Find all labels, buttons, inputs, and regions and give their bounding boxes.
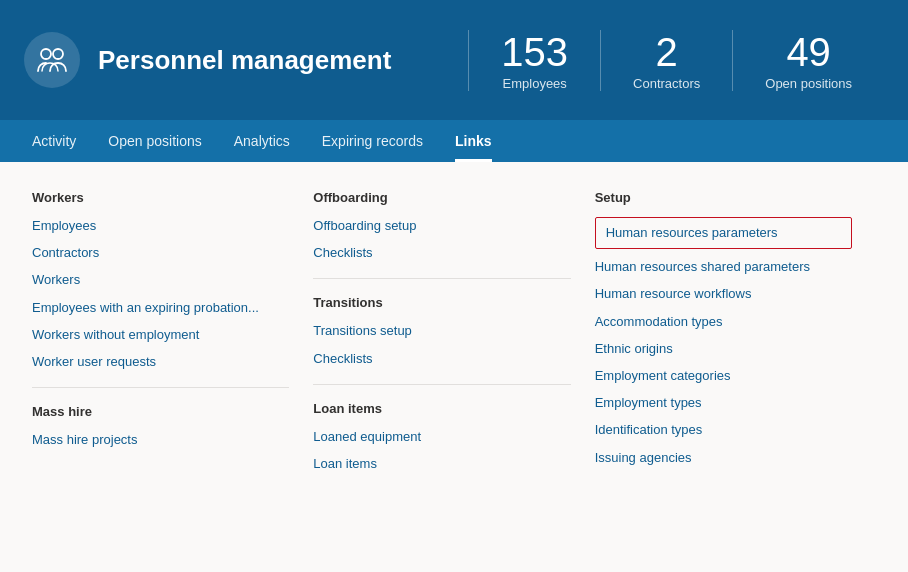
link-workers[interactable]: Workers <box>32 271 289 289</box>
nav-activity[interactable]: Activity <box>16 120 92 162</box>
column-offboarding: Offboarding Offboarding setup Checklists… <box>313 190 594 482</box>
loan-section: Loan items Loaned equipment Loan items <box>313 401 570 473</box>
column-workers: Workers Employees Contractors Workers Em… <box>32 190 313 482</box>
transitions-divider <box>313 384 570 385</box>
svg-point-1 <box>53 49 63 59</box>
links-columns: Workers Employees Contractors Workers Em… <box>32 190 876 482</box>
workers-section: Workers Employees Contractors Workers Em… <box>32 190 289 371</box>
link-expiring-probation[interactable]: Employees with an expiring probation... <box>32 299 289 317</box>
offboarding-divider <box>313 278 570 279</box>
loan-title: Loan items <box>313 401 570 416</box>
offboarding-title: Offboarding <box>313 190 570 205</box>
stat-contractors[interactable]: 2 Contractors <box>600 30 732 91</box>
mass-hire-title: Mass hire <box>32 404 289 419</box>
link-employees[interactable]: Employees <box>32 217 289 235</box>
link-hr-parameters[interactable]: Human resources parameters <box>595 217 852 249</box>
link-loan-items[interactable]: Loan items <box>313 455 570 473</box>
offboarding-section: Offboarding Offboarding setup Checklists <box>313 190 570 262</box>
setup-section: Setup Human resources parameters Human r… <box>595 190 852 467</box>
link-ethnic-origins[interactable]: Ethnic origins <box>595 340 852 358</box>
nav-links[interactable]: Links <box>439 120 508 162</box>
open-positions-count: 49 <box>786 30 831 74</box>
link-contractors[interactable]: Contractors <box>32 244 289 262</box>
svg-point-0 <box>41 49 51 59</box>
link-accommodation-types[interactable]: Accommodation types <box>595 313 852 331</box>
stat-open-positions[interactable]: 49 Open positions <box>732 30 884 91</box>
link-workers-without-employment[interactable]: Workers without employment <box>32 326 289 344</box>
link-transitions-setup[interactable]: Transitions setup <box>313 322 570 340</box>
link-employment-types[interactable]: Employment types <box>595 394 852 412</box>
page-header: Personnel management 153 Employees 2 Con… <box>0 0 908 120</box>
setup-title: Setup <box>595 190 852 205</box>
content-area: Workers Employees Contractors Workers Em… <box>0 162 908 572</box>
link-loaned-equipment[interactable]: Loaned equipment <box>313 428 570 446</box>
mass-hire-section: Mass hire Mass hire projects <box>32 404 289 449</box>
link-offboarding-setup[interactable]: Offboarding setup <box>313 217 570 235</box>
link-hr-shared-parameters[interactable]: Human resources shared parameters <box>595 258 852 276</box>
link-employment-categories[interactable]: Employment categories <box>595 367 852 385</box>
contractors-label: Contractors <box>633 76 700 91</box>
workers-divider <box>32 387 289 388</box>
workers-title: Workers <box>32 190 289 205</box>
stat-employees[interactable]: 153 Employees <box>468 30 600 91</box>
nav-analytics[interactable]: Analytics <box>218 120 306 162</box>
link-mass-hire-projects[interactable]: Mass hire projects <box>32 431 289 449</box>
column-setup: Setup Human resources parameters Human r… <box>595 190 876 482</box>
transitions-title: Transitions <box>313 295 570 310</box>
link-hr-workflows[interactable]: Human resource workflows <box>595 285 852 303</box>
contractors-count: 2 <box>656 30 678 74</box>
page-title: Personnel management <box>98 45 468 76</box>
link-identification-types[interactable]: Identification types <box>595 421 852 439</box>
employees-label: Employees <box>503 76 567 91</box>
link-transitions-checklists[interactable]: Checklists <box>313 350 570 368</box>
employees-count: 153 <box>501 30 568 74</box>
navigation-bar: Activity Open positions Analytics Expiri… <box>0 120 908 162</box>
app-icon <box>24 32 80 88</box>
nav-open-positions[interactable]: Open positions <box>92 120 217 162</box>
nav-expiring-records[interactable]: Expiring records <box>306 120 439 162</box>
transitions-section: Transitions Transitions setup Checklists <box>313 295 570 367</box>
link-offboarding-checklists[interactable]: Checklists <box>313 244 570 262</box>
open-positions-label: Open positions <box>765 76 852 91</box>
stats-container: 153 Employees 2 Contractors 49 Open posi… <box>468 30 884 91</box>
link-issuing-agencies[interactable]: Issuing agencies <box>595 449 852 467</box>
link-worker-user-requests[interactable]: Worker user requests <box>32 353 289 371</box>
